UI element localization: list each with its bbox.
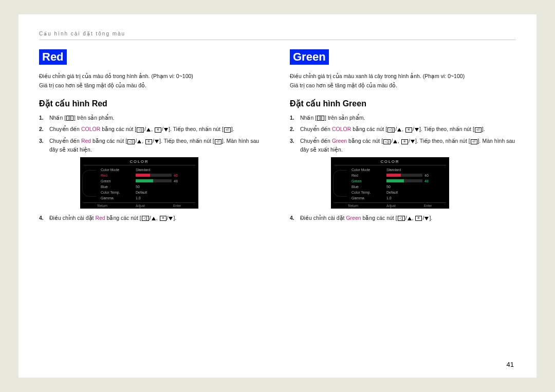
text: / <box>162 126 163 132</box>
text: ]. <box>482 126 485 132</box>
red-steps: 1. Nhấn [▥] trên sản phẩm. 2. Chuyển đến… <box>39 114 265 154</box>
text: Điều chỉnh giá trị của màu đỏ trong hình… <box>39 72 265 81</box>
osd-label: Color Temp. <box>101 191 132 194</box>
breadcrumb: Cấu hình cài đặt tông màu <box>39 31 516 40</box>
osd-adjust: Adjust <box>136 204 145 208</box>
osd-return: Return <box>348 204 358 208</box>
text: Chuyển đến <box>300 126 332 132</box>
section-title-red: Red <box>39 49 67 65</box>
text: , <box>151 126 153 132</box>
step-2: 2. Chuyển đến COLOR bằng các nút [◁|/, ✳… <box>298 125 516 134</box>
osd-row: Color ModeStandard <box>351 167 446 173</box>
osd-value: Default <box>136 191 192 194</box>
text: Nhấn [ <box>49 115 66 121</box>
osd-label: Gamma <box>101 196 132 200</box>
green-subtitle: Đặt cấu hình Green <box>290 99 516 108</box>
down-icon <box>424 217 429 220</box>
osd-label: Red <box>351 174 382 177</box>
text: , <box>142 138 143 144</box>
text: bằng các nút [ <box>105 215 141 221</box>
osd-value: 1.0 <box>386 196 443 200</box>
osd-header: COLOR <box>83 159 195 165</box>
osd-row: Blue50 <box>351 184 446 190</box>
osd-enter: Enter <box>424 204 432 208</box>
text: ]. Tiếp theo, nhấn nút [ <box>415 138 470 144</box>
osd-row: Gamma1.0 <box>351 195 446 201</box>
text: / <box>422 215 424 221</box>
text: / <box>409 138 410 144</box>
osd-value: Default <box>386 191 443 194</box>
osd-screenshot-red: COLOR Color ModeStandardRed40Green48Blue… <box>80 157 198 209</box>
text: / <box>405 215 407 221</box>
text: bằng các nút [ <box>361 215 397 221</box>
osd-label: Gamma <box>351 196 382 200</box>
vol-icon: ◁| <box>383 139 391 144</box>
section-title-green: Green <box>290 49 329 65</box>
text: Nhấn [ <box>300 115 317 121</box>
osd-row: Color Temp.Default <box>101 190 195 195</box>
text: / <box>153 138 154 144</box>
text: bằng các nút [ <box>347 138 383 144</box>
menu-icon: ▥ <box>66 116 73 121</box>
osd-label: Color Mode <box>101 168 132 172</box>
osd-footer: Return Adjust Enter <box>334 202 446 208</box>
step-1: 1. Nhấn [▥] trên sản phẩm. <box>47 114 265 122</box>
text: / <box>413 126 414 132</box>
column-green: Green Điều chỉnh giá trị của màu xanh lá… <box>290 49 516 226</box>
osd-row: Color Temp.Default <box>351 190 446 195</box>
osd-row: Gamma1.0 <box>101 195 195 201</box>
text: Điều chỉnh giá trị của màu xanh lá cây t… <box>290 72 516 81</box>
green-steps: 1. Nhấn [▥] trên sản phẩm. 2. Chuyển đến… <box>290 114 516 154</box>
osd-return: Return <box>97 204 107 208</box>
step-1: 1. Nhấn [▥] trên sản phẩm. <box>298 114 516 122</box>
vol-icon: ◁| <box>398 216 405 221</box>
up-icon <box>146 128 151 132</box>
keyword-green: Green <box>346 215 361 221</box>
enter-icon: ⏎ <box>475 127 482 133</box>
text: bằng các nút [ <box>91 138 127 144</box>
osd-adjust: Adjust <box>386 204 396 208</box>
red-subtitle: Đặt cấu hình Red <box>39 99 265 108</box>
down-icon <box>164 128 168 132</box>
text: Chuyển đến <box>49 138 81 144</box>
osd-row: Color ModeStandard <box>101 167 195 173</box>
text: , <box>398 138 399 144</box>
keyword-red: Red <box>95 215 105 221</box>
text: , <box>412 215 414 221</box>
keyword-color: COLOR <box>332 126 351 132</box>
keyword-color: COLOR <box>81 126 100 132</box>
step-4: 4. Điều chỉnh cài đặt Green bằng các nút… <box>298 214 516 222</box>
osd-row: Red40 <box>101 173 195 178</box>
osd-label: Green <box>101 179 132 183</box>
text: ] trên sản phẩm. <box>74 115 114 121</box>
osd-label: Color Temp. <box>351 191 382 194</box>
up-icon <box>152 217 156 220</box>
text: Chuyển đến <box>49 126 81 132</box>
down-icon <box>411 140 415 143</box>
red-steps-cont: 4. Điều chỉnh cài đặt Red bằng các nút [… <box>39 214 265 222</box>
text: , <box>402 126 403 132</box>
text: , <box>156 215 158 221</box>
osd-value: 1.0 <box>136 196 192 200</box>
bright-icon: ✳ <box>145 139 152 144</box>
text: Chuyển đến <box>300 138 332 144</box>
enter-icon: ⏎ <box>471 139 477 144</box>
bright-icon: ✳ <box>401 139 408 144</box>
osd-value: 40 <box>386 174 443 177</box>
keyword-red: Red <box>81 138 91 144</box>
bright-icon: ✳ <box>155 127 161 133</box>
osd-value: 50 <box>386 185 443 189</box>
osd-screenshot-green: COLOR Color ModeStandardRed40Green48Blue… <box>331 157 449 209</box>
down-icon <box>169 217 173 220</box>
osd-label: Blue <box>351 185 382 189</box>
text: bằng các nút [ <box>351 126 387 132</box>
text: ]. Tiếp theo, nhấn nút [ <box>159 138 214 144</box>
step-2: 2. Chuyển đến COLOR bằng các nút [◁|/, ✳… <box>47 125 265 134</box>
text: / <box>391 138 393 144</box>
manual-page: Cấu hình cài đặt tông màu Red Điều chỉnh… <box>18 14 536 378</box>
step-4: 4. Điều chỉnh cài đặt Red bằng các nút [… <box>47 214 265 222</box>
vol-icon: ◁| <box>142 216 149 221</box>
down-icon <box>415 128 419 132</box>
text: Điều chỉnh cài đặt <box>49 215 95 221</box>
osd-value: 50 <box>136 185 192 189</box>
